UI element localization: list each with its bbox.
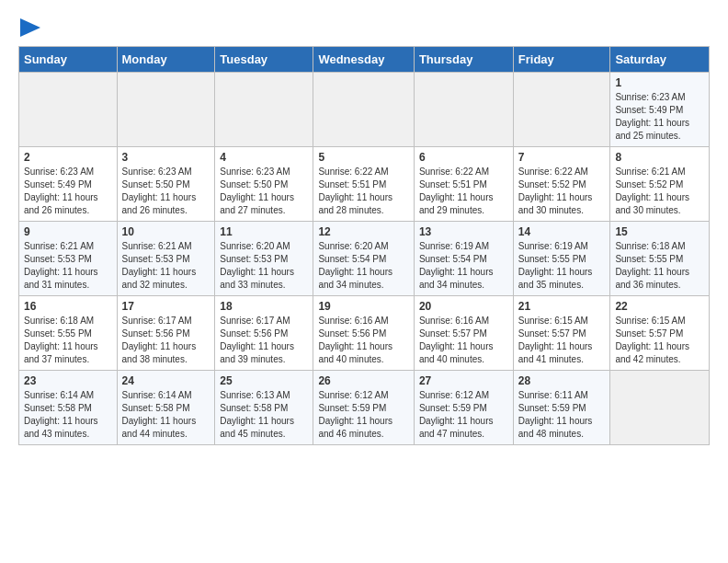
calendar-cell: 11Sunrise: 6:20 AM Sunset: 5:53 PM Dayli… <box>215 222 313 296</box>
calendar-cell <box>313 73 414 147</box>
calendar-cell: 8Sunrise: 6:21 AM Sunset: 5:52 PM Daylig… <box>610 147 710 222</box>
calendar-cell <box>513 73 610 147</box>
calendar-cell: 6Sunrise: 6:22 AM Sunset: 5:51 PM Daylig… <box>414 147 513 222</box>
logo-arrow-icon <box>20 18 40 37</box>
calendar-cell <box>414 73 513 147</box>
calendar-cell: 22Sunrise: 6:15 AM Sunset: 5:57 PM Dayli… <box>610 296 710 371</box>
day-info: Sunrise: 6:22 AM Sunset: 5:51 PM Dayligh… <box>318 166 408 217</box>
calendar-cell: 18Sunrise: 6:17 AM Sunset: 5:56 PM Dayli… <box>215 296 313 371</box>
day-number: 11 <box>220 225 308 238</box>
day-number: 25 <box>220 374 308 387</box>
calendar-cell <box>19 73 118 147</box>
weekday-header-saturday: Saturday <box>610 47 710 73</box>
weekday-header-tuesday: Tuesday <box>215 47 313 73</box>
day-number: 24 <box>122 374 210 387</box>
day-number: 10 <box>122 225 210 238</box>
svg-marker-0 <box>20 18 40 37</box>
day-info: Sunrise: 6:21 AM Sunset: 5:53 PM Dayligh… <box>122 240 210 292</box>
day-info: Sunrise: 6:12 AM Sunset: 5:59 PM Dayligh… <box>419 389 508 441</box>
weekday-header-sunday: Sunday <box>19 47 118 73</box>
calendar-cell: 20Sunrise: 6:16 AM Sunset: 5:57 PM Dayli… <box>414 296 513 371</box>
calendar-cell: 14Sunrise: 6:19 AM Sunset: 5:55 PM Dayli… <box>513 222 610 296</box>
calendar-cell: 15Sunrise: 6:18 AM Sunset: 5:55 PM Dayli… <box>610 222 710 296</box>
weekday-header-monday: Monday <box>117 47 215 73</box>
calendar-cell: 27Sunrise: 6:12 AM Sunset: 5:59 PM Dayli… <box>414 371 513 445</box>
day-number: 19 <box>318 300 408 313</box>
calendar-cell: 19Sunrise: 6:16 AM Sunset: 5:56 PM Dayli… <box>313 296 414 371</box>
calendar-week-row: 2Sunrise: 6:23 AM Sunset: 5:49 PM Daylig… <box>19 147 710 222</box>
calendar-week-row: 9Sunrise: 6:21 AM Sunset: 5:53 PM Daylig… <box>19 222 710 296</box>
day-number: 22 <box>615 300 704 313</box>
day-info: Sunrise: 6:23 AM Sunset: 5:50 PM Dayligh… <box>220 166 308 217</box>
day-info: Sunrise: 6:12 AM Sunset: 5:59 PM Dayligh… <box>318 389 408 441</box>
day-info: Sunrise: 6:15 AM Sunset: 5:57 PM Dayligh… <box>615 315 704 366</box>
day-number: 12 <box>318 225 408 238</box>
day-info: Sunrise: 6:19 AM Sunset: 5:54 PM Dayligh… <box>419 240 508 292</box>
calendar-cell: 5Sunrise: 6:22 AM Sunset: 5:51 PM Daylig… <box>313 147 414 222</box>
day-number: 21 <box>518 300 606 313</box>
day-number: 4 <box>220 151 308 164</box>
day-info: Sunrise: 6:23 AM Sunset: 5:49 PM Dayligh… <box>24 166 112 217</box>
day-info: Sunrise: 6:18 AM Sunset: 5:55 PM Dayligh… <box>615 240 704 292</box>
day-number: 8 <box>615 151 704 164</box>
calendar-cell <box>117 73 215 147</box>
calendar-cell <box>610 371 710 445</box>
day-info: Sunrise: 6:22 AM Sunset: 5:52 PM Dayligh… <box>518 166 606 217</box>
day-info: Sunrise: 6:20 AM Sunset: 5:54 PM Dayligh… <box>318 240 408 292</box>
calendar-cell: 24Sunrise: 6:14 AM Sunset: 5:58 PM Dayli… <box>117 371 215 445</box>
day-info: Sunrise: 6:19 AM Sunset: 5:55 PM Dayligh… <box>518 240 606 292</box>
day-number: 28 <box>518 374 606 387</box>
calendar-week-row: 23Sunrise: 6:14 AM Sunset: 5:58 PM Dayli… <box>19 371 710 445</box>
calendar-cell: 21Sunrise: 6:15 AM Sunset: 5:57 PM Dayli… <box>513 296 610 371</box>
calendar-cell: 10Sunrise: 6:21 AM Sunset: 5:53 PM Dayli… <box>117 222 215 296</box>
calendar-cell: 26Sunrise: 6:12 AM Sunset: 5:59 PM Dayli… <box>313 371 414 445</box>
weekday-header-friday: Friday <box>513 47 610 73</box>
day-info: Sunrise: 6:18 AM Sunset: 5:55 PM Dayligh… <box>24 315 112 366</box>
calendar-week-row: 1Sunrise: 6:23 AM Sunset: 5:49 PM Daylig… <box>19 73 710 147</box>
calendar-cell: 12Sunrise: 6:20 AM Sunset: 5:54 PM Dayli… <box>313 222 414 296</box>
day-number: 1 <box>615 76 704 89</box>
weekday-header-thursday: Thursday <box>414 47 513 73</box>
day-info: Sunrise: 6:20 AM Sunset: 5:53 PM Dayligh… <box>220 240 308 292</box>
day-number: 18 <box>220 300 308 313</box>
day-number: 20 <box>419 300 508 313</box>
day-number: 17 <box>122 300 210 313</box>
calendar-cell <box>215 73 313 147</box>
day-number: 6 <box>419 151 508 164</box>
page-header <box>18 18 710 37</box>
calendar-cell: 28Sunrise: 6:11 AM Sunset: 5:59 PM Dayli… <box>513 371 610 445</box>
calendar-table: SundayMondayTuesdayWednesdayThursdayFrid… <box>18 46 710 445</box>
day-info: Sunrise: 6:17 AM Sunset: 5:56 PM Dayligh… <box>220 315 308 366</box>
calendar-cell: 3Sunrise: 6:23 AM Sunset: 5:50 PM Daylig… <box>117 147 215 222</box>
day-info: Sunrise: 6:15 AM Sunset: 5:57 PM Dayligh… <box>518 315 606 366</box>
day-info: Sunrise: 6:22 AM Sunset: 5:51 PM Dayligh… <box>419 166 508 217</box>
weekday-header-wednesday: Wednesday <box>313 47 414 73</box>
day-number: 7 <box>518 151 606 164</box>
day-info: Sunrise: 6:14 AM Sunset: 5:58 PM Dayligh… <box>122 389 210 441</box>
day-number: 14 <box>518 225 606 238</box>
calendar-cell: 4Sunrise: 6:23 AM Sunset: 5:50 PM Daylig… <box>215 147 313 222</box>
day-info: Sunrise: 6:17 AM Sunset: 5:56 PM Dayligh… <box>122 315 210 366</box>
day-number: 9 <box>24 225 112 238</box>
calendar-cell: 13Sunrise: 6:19 AM Sunset: 5:54 PM Dayli… <box>414 222 513 296</box>
calendar-cell: 25Sunrise: 6:13 AM Sunset: 5:58 PM Dayli… <box>215 371 313 445</box>
day-number: 15 <box>615 225 704 238</box>
calendar-cell: 2Sunrise: 6:23 AM Sunset: 5:49 PM Daylig… <box>19 147 118 222</box>
day-number: 26 <box>318 374 408 387</box>
day-info: Sunrise: 6:16 AM Sunset: 5:57 PM Dayligh… <box>419 315 508 366</box>
calendar-cell: 17Sunrise: 6:17 AM Sunset: 5:56 PM Dayli… <box>117 296 215 371</box>
day-info: Sunrise: 6:14 AM Sunset: 5:58 PM Dayligh… <box>24 389 112 441</box>
day-number: 27 <box>419 374 508 387</box>
day-info: Sunrise: 6:23 AM Sunset: 5:50 PM Dayligh… <box>122 166 210 217</box>
day-info: Sunrise: 6:21 AM Sunset: 5:52 PM Dayligh… <box>615 166 704 217</box>
calendar-week-row: 16Sunrise: 6:18 AM Sunset: 5:55 PM Dayli… <box>19 296 710 371</box>
day-number: 2 <box>24 151 112 164</box>
day-info: Sunrise: 6:16 AM Sunset: 5:56 PM Dayligh… <box>318 315 408 366</box>
calendar-cell: 23Sunrise: 6:14 AM Sunset: 5:58 PM Dayli… <box>19 371 118 445</box>
day-info: Sunrise: 6:13 AM Sunset: 5:58 PM Dayligh… <box>220 389 308 441</box>
day-info: Sunrise: 6:11 AM Sunset: 5:59 PM Dayligh… <box>518 389 606 441</box>
calendar-header-row: SundayMondayTuesdayWednesdayThursdayFrid… <box>19 47 710 73</box>
logo <box>18 18 40 37</box>
calendar-cell: 9Sunrise: 6:21 AM Sunset: 5:53 PM Daylig… <box>19 222 118 296</box>
calendar-cell: 7Sunrise: 6:22 AM Sunset: 5:52 PM Daylig… <box>513 147 610 222</box>
